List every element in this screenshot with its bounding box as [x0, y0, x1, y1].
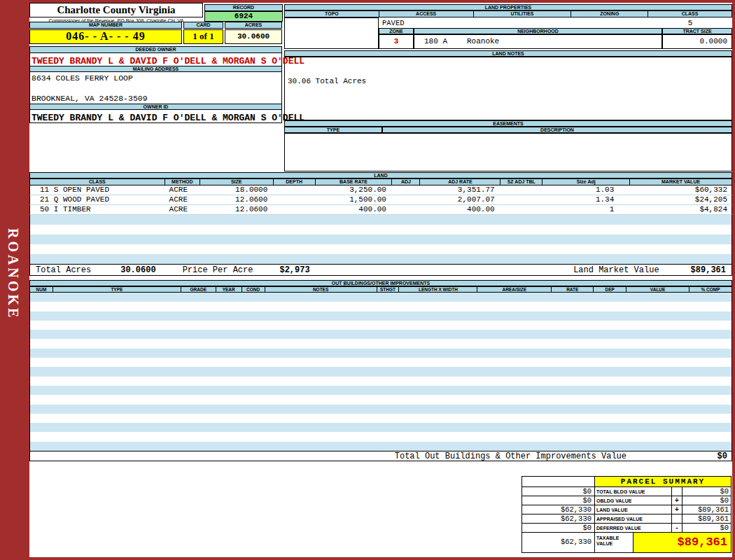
deferred-value-label: DEFERRED VALUE — [594, 523, 672, 533]
ob-col-header-dep: DEP — [594, 286, 626, 293]
zone-value: 3 — [379, 34, 414, 49]
total-acres-value: 30.0600 — [120, 265, 155, 275]
total-bldg-value: $0 — [682, 486, 732, 496]
deferred-value: $0 — [682, 523, 732, 533]
empty-row — [30, 442, 732, 451]
land-col-header-market-value: MARKET VALUE — [630, 178, 732, 186]
empty-row — [30, 215, 732, 225]
owner-id-header: OWNER ID — [30, 104, 281, 110]
zoning-column-header: ZONING — [571, 10, 648, 18]
record-value: 6924 — [204, 11, 283, 22]
land-col-header-method: METHOD — [165, 178, 200, 186]
neighborhood-header: NEIGHBORHOOD — [414, 28, 662, 34]
empty-row — [30, 395, 732, 404]
land-col-header-sz-adj-tbl: SZ ADJ TBL — [500, 178, 542, 186]
land-col-header-size: SIZE — [200, 178, 274, 186]
parcel-summary: PARCEL SUMMARY $0 TOTAL BLDG VALUE $0 $0… — [522, 476, 732, 553]
acres-value: 30.0600 — [225, 29, 282, 44]
ob-col-header-sthgt: STHGT — [377, 286, 400, 293]
land-value: $89,361 — [682, 505, 732, 514]
prev-appraised-value: $62,330 — [522, 514, 595, 524]
map-number-value: 046- - A- - - 49 — [29, 29, 182, 44]
land-column-headers: CLASS METHOD SIZE DEPTH BASE RATE ADJ AD… — [29, 178, 732, 186]
appraised-value: $89,361 — [682, 514, 732, 524]
land-cell-base-rate: 400.00 — [315, 205, 392, 214]
parcel-summary-row: $62,330 APPRAISED VALUE $89,361 — [522, 514, 732, 524]
out-buildings-empty-rows — [29, 293, 732, 451]
obldg-value-op: + — [671, 496, 682, 505]
mailing-address-line1: 8634 COLES FERRY LOOP — [30, 74, 281, 82]
owner-id-value: TWEEDY BRANDY L & DAVID F O'DELL & MORGA… — [30, 110, 281, 123]
total-bldg-value-label: TOTAL BLDG VALUE — [594, 486, 672, 496]
land-totals-row: Total Acres 30.0600 Price Per Acre $2,97… — [29, 264, 732, 276]
out-buildings-header: OUT BUILDINGS/OTHER IMPROVEMENTS — [29, 280, 732, 286]
land-properties-header: LAND PROPERTIES — [284, 4, 732, 10]
land-properties-panel: LAND PROPERTIES TOPO ACCESS UTILITIES ZO… — [284, 4, 732, 172]
easements-header: EASEMENTS — [284, 120, 732, 127]
land-cell-adj-rate: 3,351.77 — [420, 186, 500, 195]
utilities-column-header: UTILITIES — [474, 10, 572, 18]
land-properties-blank-cell — [284, 18, 379, 49]
record-header: RECORD — [204, 4, 283, 11]
land-cell-adj — [392, 186, 420, 195]
parcel-summary-title: PARCEL SUMMARY — [594, 476, 732, 487]
land-empty-rows — [29, 215, 732, 264]
parcel-summary-title-row: PARCEL SUMMARY — [522, 476, 732, 487]
roanoke-district-label: ROANOKE — [5, 228, 21, 320]
land-cell-base-rate: 1,500.00 — [315, 195, 392, 204]
land-col-header-adj-rate: ADJ RATE — [420, 178, 500, 186]
land-cell-market-value: $60,332 — [629, 186, 732, 195]
neighborhood-name: Roanoke — [467, 37, 499, 46]
ob-col-header-rate: RATE — [552, 286, 594, 293]
land-cell-class: 50 I TIMBER — [30, 205, 165, 214]
empty-row — [30, 339, 732, 348]
prev-total-bldg-value: $0 — [522, 486, 595, 496]
land-cell-depth — [273, 186, 315, 195]
price-per-acre-label: Price Per Acre — [183, 265, 253, 275]
land-value-op: + — [671, 505, 682, 514]
easements-content — [284, 133, 732, 172]
land-cell-adj — [392, 205, 420, 214]
land-col-header-size-adj: Size Adj — [542, 178, 630, 186]
empty-row — [30, 367, 732, 376]
class-value: 5 — [648, 19, 732, 27]
land-cell-base-rate: 3,250.00 — [315, 186, 392, 195]
out-buildings-column-headers: NUM TYPE GRADE YEAR COND NOTES STHGT LEN… — [29, 286, 732, 293]
empty-row — [30, 225, 732, 234]
land-row: 50 I TIMBER ACRE 12.0600 400.00 400.00 1… — [29, 205, 732, 215]
empty-row — [30, 405, 732, 414]
map-number-header: MAP NUMBER — [29, 22, 182, 29]
deeded-owner-header: DEEDED OWNER — [30, 47, 281, 53]
land-section-header: LAND — [29, 172, 732, 178]
land-cell-depth — [273, 205, 315, 214]
land-notes-box: 30.06 Total Acres — [284, 57, 732, 120]
mailing-address-header: MAILING ADDRESS — [30, 66, 281, 72]
land-properties-column-headers: TOPO ACCESS UTILITIES ZONING CLASS — [284, 10, 732, 18]
page-frame: ROANOKE Charlotte County Virginia Commis… — [0, 0, 735, 560]
empty-row — [30, 358, 732, 367]
land-table: LAND CLASS METHOD SIZE DEPTH BASE RATE A… — [29, 172, 732, 276]
empty-row — [30, 377, 732, 386]
total-bldg-value-op — [671, 486, 682, 496]
prev-obldg-value: $0 — [522, 496, 595, 505]
obldg-value: $0 — [682, 496, 732, 505]
empty-row — [30, 321, 732, 330]
land-cell-method: ACRE — [165, 195, 200, 204]
land-cell-depth — [273, 195, 315, 204]
taxable-value-label: TAXABLE VALUE — [594, 532, 634, 553]
land-col-header-depth: DEPTH — [274, 178, 316, 186]
ob-col-header-cond: COND — [242, 286, 265, 293]
empty-row — [30, 349, 732, 358]
land-cell-method: ACRE — [165, 186, 200, 195]
empty-row — [30, 423, 732, 432]
land-col-header-base-rate: BASE RATE — [316, 178, 393, 186]
neighborhood-code: 180 A — [424, 37, 447, 46]
land-cell-adj — [392, 195, 420, 204]
ob-col-header-area-size: AREA/SIZE — [477, 286, 552, 293]
price-per-acre-value: $2,973 — [279, 265, 309, 275]
land-cell-size-adj: 1.03 — [542, 186, 630, 195]
land-cell-size: 12.0600 — [200, 205, 274, 214]
appraised-value-label: APPRAISED VALUE — [594, 514, 672, 524]
out-buildings-totals-row: Total Out Buildings & Other Improvements… — [29, 451, 732, 461]
ob-col-header-num: NUM — [30, 286, 53, 293]
